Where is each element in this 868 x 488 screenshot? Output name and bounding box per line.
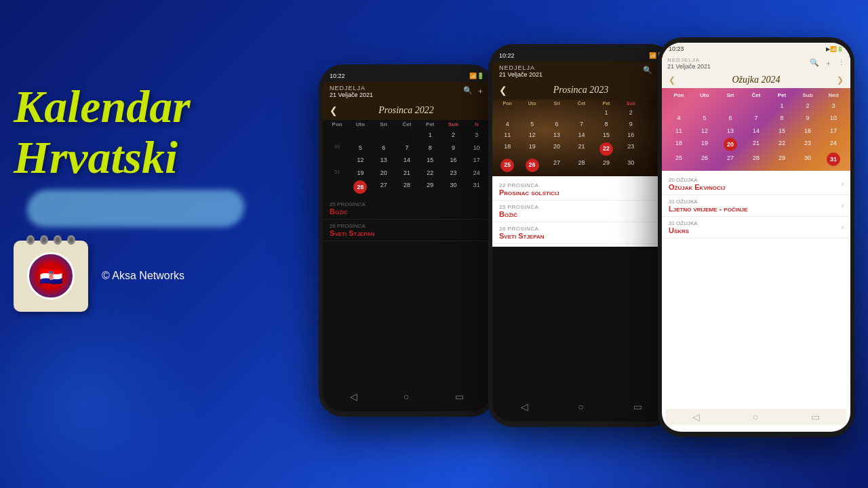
ph2-d-2: 2 bbox=[618, 107, 643, 119]
ph2-hdr-sri: Sri bbox=[545, 100, 569, 107]
ph3-event-2-arrow[interactable]: › bbox=[842, 202, 844, 209]
ph1-event-1: 25 PROSINCA Božić bbox=[323, 198, 491, 220]
ph1-wn-4: 51 bbox=[326, 167, 349, 180]
phone-2-search-icon[interactable]: 🔍 bbox=[643, 66, 652, 76]
phone-2-events: 22 PROSINCA Prosinac solsticij 25 PROSIN… bbox=[492, 176, 671, 247]
ph1-d-28: 28 bbox=[395, 179, 418, 195]
ph1-d-17: 17 bbox=[465, 154, 488, 167]
ph3-d-8: 8 bbox=[769, 112, 795, 124]
ph3-d-24: 24 bbox=[821, 137, 846, 152]
phone-2-home-btn[interactable]: ○ bbox=[578, 401, 583, 412]
ring-1 bbox=[26, 235, 35, 245]
phone-1-recent-btn[interactable]: ▭ bbox=[455, 391, 464, 402]
ph1-d-23: 23 bbox=[441, 167, 465, 180]
ph3-hdr-sub: Sub bbox=[795, 91, 821, 100]
ph1-hdr-sri: Sri bbox=[372, 120, 395, 129]
phone-3-next-month[interactable]: ❯ bbox=[837, 75, 844, 85]
ph1-hdr-pet: Pet bbox=[418, 120, 441, 129]
ph1-d-12: 12 bbox=[349, 154, 372, 167]
phone-3-home-btn[interactable]: ○ bbox=[753, 411, 758, 422]
ph2-d-5: 5 bbox=[519, 119, 544, 130]
ph1-week-3: 12 13 14 15 16 17 bbox=[326, 154, 488, 167]
ph1-d-31: 31 bbox=[465, 179, 488, 195]
ph3-hdr-sri: Sri bbox=[717, 91, 743, 100]
ph2-d-21: 21 bbox=[569, 141, 593, 157]
ph1-hdr-ned: N bbox=[465, 120, 488, 129]
phone-3-back-btn[interactable]: ◁ bbox=[692, 411, 700, 422]
ph3-event-2-date: 31 OŽUJKA bbox=[669, 199, 747, 205]
phone-1-status-icons: 📶🔋 bbox=[469, 73, 484, 79]
ph1-d-29: 29 bbox=[418, 179, 441, 195]
ph3-event-3: 31 OŽUJKA Uskrs › bbox=[662, 217, 850, 239]
phone-2-back-btn[interactable]: ◁ bbox=[521, 401, 528, 412]
phone-3-prev-month[interactable]: ❮ bbox=[669, 75, 675, 85]
ph3-d-6: 6 bbox=[717, 112, 743, 124]
ph1-wn-1 bbox=[326, 129, 349, 142]
ph1-d-10: 10 bbox=[465, 142, 488, 155]
ph3-d-28: 28 bbox=[743, 152, 769, 167]
ph2-d-e4 bbox=[569, 107, 593, 119]
ph2-d-14: 14 bbox=[569, 129, 593, 141]
phone-3-add-icon[interactable]: ＋ bbox=[825, 58, 832, 68]
emblem: 🇭🇷 bbox=[27, 252, 75, 300]
phone-3-search-icon[interactable]: 🔍 bbox=[810, 58, 819, 68]
ph1-d-3: 3 bbox=[465, 129, 488, 142]
ph3-today-31: 31 bbox=[827, 152, 840, 166]
ph3-d-30: 30 bbox=[795, 152, 821, 167]
ph3-d-17: 17 bbox=[821, 125, 846, 137]
ph3-week-4: 18 19 20 21 22 23 24 bbox=[665, 137, 848, 152]
ph3-hdr-ned: Ned bbox=[821, 91, 846, 100]
phone-3-calendar: Pon Uto Sri Čet Pet Sub Ned 1 2 3 4 bbox=[662, 88, 850, 171]
phone-1-prev-month[interactable]: ❮ bbox=[330, 105, 338, 116]
title-line1: Kalendar bbox=[14, 81, 191, 132]
ph3-event-1-date: 20 OŽUJKA bbox=[669, 177, 725, 183]
ph3-d-18: 18 bbox=[666, 137, 692, 152]
ring-2 bbox=[40, 235, 48, 245]
ph2-d-e1 bbox=[495, 107, 519, 119]
ph1-wn-3 bbox=[326, 154, 349, 167]
phone-1-search-icon[interactable]: 🔍 bbox=[463, 86, 473, 96]
phone-2-calendar: Pon Uto Sri Čet Pet Sub 1 2 bbox=[492, 100, 671, 176]
ph3-event-3-arrow[interactable]: › bbox=[842, 224, 844, 231]
phone-1-month-nav: ❮ Prosinca 2022 bbox=[323, 101, 491, 120]
ph3-d-29: 29 bbox=[769, 152, 795, 167]
ph3-event-3-date: 31 OŽUJKA bbox=[669, 220, 698, 226]
ph2-d-13: 13 bbox=[545, 129, 569, 141]
phone-1-header: Nedjelja 21 Veljače 2021 🔍 ＋ bbox=[323, 82, 491, 101]
phone-1: 10:22 📶🔋 Nedjelja 21 Veljače 2021 🔍 ＋ ❮ … bbox=[319, 64, 495, 417]
phone-2-recent-btn[interactable]: ▭ bbox=[633, 401, 642, 412]
ph1-hdr-cet: Čet bbox=[395, 120, 418, 129]
ph3-d-e2 bbox=[692, 100, 717, 112]
ph2-week-2: 4 5 6 7 8 9 bbox=[492, 119, 671, 130]
phone-2-nav-bar: ◁ ○ ▭ bbox=[496, 399, 667, 415]
phone-1-nav-bar: ◁ ○ ▭ bbox=[327, 388, 487, 405]
ph3-d-2: 2 bbox=[795, 100, 821, 112]
ph3-d-20-cell: 20 bbox=[717, 137, 743, 152]
ring-4 bbox=[67, 235, 75, 245]
phone-1-calendar: Pon Uto Sri Čet Pet Sub N 1 2 3 49 5 bbox=[323, 120, 491, 195]
ph2-d-e3 bbox=[545, 107, 569, 119]
ph2-event-1: 22 PROSINCA Prosinac solsticij bbox=[492, 179, 671, 201]
phone-3-menu-icon[interactable]: ⋮ bbox=[837, 58, 845, 68]
ph1-event-2-date: 26 PROSINCA bbox=[330, 223, 484, 229]
brush-stroke bbox=[26, 190, 246, 227]
ph3-d-22: 22 bbox=[769, 137, 795, 152]
ph2-d-16: 16 bbox=[618, 129, 643, 141]
ph2-d-18: 18 bbox=[495, 141, 519, 157]
phone-1-back-btn[interactable]: ◁ bbox=[350, 391, 357, 402]
ph2-d-25-cell: 25 bbox=[495, 157, 519, 174]
phone-2-status-bar: 10:22 📶🔋 bbox=[492, 49, 671, 62]
ph1-d-22: 22 bbox=[418, 167, 441, 180]
ph1-d-1: 1 bbox=[418, 129, 441, 142]
ph3-event-1-arrow[interactable]: › bbox=[842, 180, 844, 188]
phone-3: 10:23 ▶📶🔋 Nedjelja 21 Veljače 2021 🔍 ＋ ⋮… bbox=[658, 37, 854, 437]
phone-3-recent-btn[interactable]: ▭ bbox=[811, 411, 820, 422]
ph2-d-30: 30 bbox=[618, 157, 643, 174]
phone-1-add-icon[interactable]: ＋ bbox=[477, 86, 484, 96]
ph3-d-31-cell: 31 bbox=[821, 152, 846, 167]
phone-1-header-day: Nedjelja bbox=[330, 85, 373, 92]
phone-2-prev-month[interactable]: ❮ bbox=[499, 85, 507, 96]
phone-1-home-btn[interactable]: ○ bbox=[403, 391, 409, 402]
title-line2: Hrvatski bbox=[14, 131, 178, 183]
ph1-d-14: 14 bbox=[395, 154, 418, 167]
